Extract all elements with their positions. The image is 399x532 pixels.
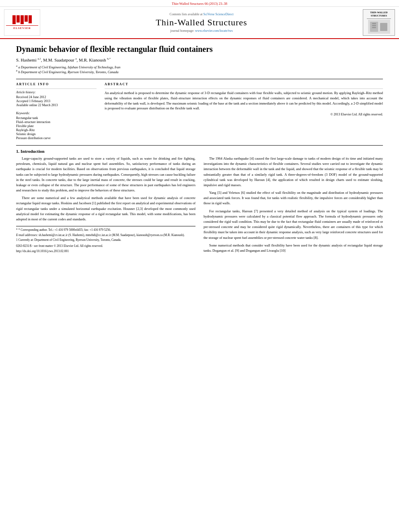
section-1-title: 1. Introduction (16, 149, 383, 154)
body-left-para-1: Large-capacity ground-supported tanks ar… (16, 156, 195, 193)
copyright-line: © 2013 Elsevier Ltd. All rights reserved… (105, 113, 383, 116)
col2 (16, 15, 20, 23)
contents-label: Contents lists available at (170, 12, 203, 16)
affiliations: a a Department of Civil Engineering, Isf… (16, 65, 383, 75)
elsevier-wordmark: ELSEVIER (6, 25, 38, 30)
affiliation-a: a a Department of Civil Engineering, Isf… (16, 65, 383, 70)
journal-homepage-line: journal homepage: www.elsevier.com/locat… (44, 29, 359, 33)
body-right-col: The 1964 Alaska earthquake [4] caused th… (204, 156, 383, 256)
svg-rect-5 (380, 23, 387, 31)
info-abstract-area: article info Article history: Received 2… (16, 79, 383, 140)
footnotes: * * Corresponding author. Tel.: +1 416 9… (16, 226, 195, 253)
body-right-para-2: Yang [5] and Veletsos [6] studied the ef… (204, 190, 383, 206)
tws-logo: THIN-WALLED STRUCTURES (363, 9, 395, 36)
authors-line: S. Hashemi a,1, M.M. Saadatpour a, M.R. … (16, 58, 383, 62)
contents-available-line: Contents lists available at SciVerse Sci… (44, 12, 359, 16)
keyword-1: Rectangular tank (16, 116, 97, 120)
body-right-para-1: The 1964 Alaska earthquake [4] caused th… (204, 156, 383, 188)
keyword-2: Fluid–structure interaction (16, 120, 97, 124)
body-right-para-3: For rectangular tanks, Haroun [7] presen… (204, 209, 383, 240)
keywords-label: Keywords: (16, 111, 97, 115)
col5 (29, 15, 32, 23)
journal-title-area: Contents lists available at SciVerse Sci… (44, 9, 359, 36)
abstract-header: abstract (105, 82, 383, 86)
col4 (25, 15, 28, 22)
footnote-doi: http://dx.doi.org/10.1016/j.tws.2013.02.… (16, 249, 195, 253)
article-history-label: Article history: (16, 90, 97, 94)
svg-rect-2 (372, 23, 376, 24)
footnote-issn: 0263-8231/$ - see front matter © 2013 El… (16, 244, 195, 248)
body-columns: Large-capacity ground-supported tanks ar… (16, 156, 383, 256)
affiliation-b: b b Department of Civil Engineering, Rye… (16, 70, 383, 75)
article-info-header: article info (16, 82, 97, 86)
body-left-col: Large-capacity ground-supported tanks ar… (16, 156, 195, 256)
abstract-text: An analytical method is proposed to dete… (105, 90, 383, 111)
tws-logo-image (368, 20, 390, 34)
footnote-emails: E-mail addresses: sh.hashemi@cv.iut.ac.i… (16, 233, 195, 238)
received-date: Received 24 June 2012 (16, 95, 97, 99)
homepage-label: journal homepage: (170, 29, 194, 33)
email-label: E-mail addresses: (16, 233, 38, 237)
journal-bar-text: Thin-Walled Structures 66 (2013) 23–38 (172, 2, 227, 6)
homepage-url[interactable]: www.elsevier.com/locate/tws (195, 29, 233, 33)
elsevier-columns-graphic (6, 15, 38, 24)
footnote-corresponding: * * Corresponding author. Tel.: +1 416 9… (16, 228, 195, 232)
accepted-date: Accepted 1 February 2013 (16, 99, 97, 103)
svg-rect-4 (372, 27, 376, 28)
info-divider-1 (16, 88, 97, 89)
journal-bar: Thin-Walled Structures 66 (2013) 23–38 (0, 0, 399, 7)
main-content: Dynamic behavior of flexible rectangular… (0, 39, 399, 260)
elsevier-logo-container: ELSEVIER (4, 9, 40, 36)
elsevier-logo: ELSEVIER (6, 15, 38, 30)
keyword-4: Rayleigh–Ritz (16, 128, 97, 132)
available-online-date: Available online 22 March 2013 (16, 103, 97, 107)
col3 (21, 15, 24, 24)
keyword-3: Flexible plate (16, 124, 97, 128)
svg-rect-3 (372, 25, 376, 26)
abstract-panel: abstract An analytical method is propose… (105, 82, 383, 140)
sciverse-link[interactable]: SciVerse ScienceDirect (204, 12, 234, 16)
email-addresses: sh.hashemi@cv.iut.ac.ir (S. Hashemi), mm… (39, 233, 185, 237)
body-divider (16, 145, 383, 146)
col1 (12, 15, 16, 24)
journal-title: Thin-Walled Structures (44, 17, 359, 28)
tws-logo-title: THIN-WALLED STRUCTURES (370, 11, 387, 18)
body-left-para-2: There are some numerical and a few analy… (16, 195, 195, 222)
keyword-6: Pressure distribution curve (16, 136, 97, 140)
footnote-note1: 1 Currently at: Department of Civil Engi… (16, 238, 195, 242)
journal-header: ELSEVIER Contents lists available at Sci… (0, 7, 399, 39)
keyword-5: Seismic design (16, 132, 97, 136)
abstract-divider (105, 88, 383, 89)
tws-logo-divider (367, 18, 391, 19)
body-right-para-4: Some numerical methods that consider wal… (204, 243, 383, 253)
article-info-panel: article info Article history: Received 2… (16, 82, 97, 140)
article-title: Dynamic behavior of flexible rectangular… (16, 44, 383, 54)
